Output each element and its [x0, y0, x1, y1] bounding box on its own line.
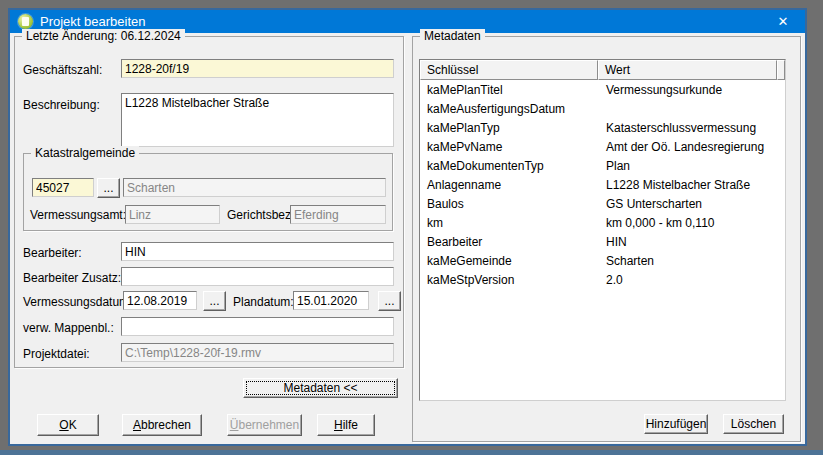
verw-mappenbl-label: verw. Mappenbl.:: [23, 321, 114, 335]
metadaten-groupbox: Metadaten Schlüssel Wert kaMePlanTitelVe…: [412, 36, 801, 442]
katastralgemeinde-groupbox: Katastralgemeinde ... Vermessungsamt: Ge…: [23, 153, 393, 231]
table-row[interactable]: kaMeStpVersion2.0: [420, 270, 785, 289]
plandatum-label: Plandatum:: [233, 295, 294, 309]
katastralgemeinde-legend: Katastralgemeinde: [31, 146, 139, 160]
table-row[interactable]: BearbeiterHIN: [420, 232, 785, 251]
key-cell: kaMeStpVersion: [420, 273, 599, 287]
value-cell: Vermessungsurkunde: [599, 83, 785, 97]
value-cell: Plan: [599, 159, 785, 173]
table-row[interactable]: BaulosGS Unterscharten: [420, 194, 785, 213]
beschreibung-label: Beschreibung:: [23, 98, 100, 112]
close-button[interactable]: ✕: [761, 10, 805, 33]
table-row[interactable]: kaMeGemeindeScharten: [420, 251, 785, 270]
vermessungsdatum-browse-button[interactable]: ...: [203, 291, 226, 311]
projektdatei-field: [121, 343, 394, 362]
key-cell: kaMePlanTitel: [420, 83, 599, 97]
value-cell: km 0,000 - km 0,110: [599, 216, 785, 230]
key-cell: kaMeGemeinde: [420, 254, 599, 268]
table-row[interactable]: kaMePlanTitelVermessungsurkunde: [420, 80, 785, 99]
beschreibung-textarea[interactable]: [121, 93, 394, 147]
projektdatei-label: Projektdatei:: [23, 347, 90, 361]
metadaten-legend: Metadaten: [420, 29, 485, 43]
key-cell: Bearbeiter: [420, 235, 599, 249]
plandatum-browse-button[interactable]: ...: [378, 291, 401, 311]
table-row[interactable]: kaMeAusfertigungsDatum: [420, 99, 785, 118]
key-cell: kaMeAusfertigungsDatum: [420, 102, 599, 116]
bearbeiter-label: Bearbeiter:: [23, 246, 82, 260]
table-row[interactable]: kmkm 0,000 - km 0,110: [420, 213, 785, 232]
gerichtsbezirk-label: Gerichtsbez.:: [227, 208, 298, 222]
bearbeiter-zusatz-label: Bearbeiter Zusatz:: [23, 271, 121, 285]
gerichtsbezirk-field: [290, 205, 386, 224]
column-header-schluessel[interactable]: Schlüssel: [420, 60, 598, 80]
last-change-groupbox: Letzte Änderung: 06.12.2024 Geschäftszah…: [14, 36, 404, 368]
metadata-table-body: kaMePlanTitelVermessungsurkundekaMeAusfe…: [420, 80, 785, 400]
bearbeiter-zusatz-input[interactable]: [121, 267, 394, 286]
metadata-table-header: Schlüssel Wert: [420, 60, 785, 80]
ok-button[interactable]: OK: [37, 414, 99, 436]
delete-metadata-button[interactable]: Löschen: [723, 414, 784, 434]
kg-name-field: [123, 178, 386, 197]
key-cell: kaMeDokumentenTyp: [420, 159, 599, 173]
vermessungsamt-field: [125, 205, 220, 224]
dialog-client-area: Letzte Änderung: 06.12.2024 Geschäftszah…: [10, 33, 805, 444]
key-cell: Baulos: [420, 197, 599, 211]
ellipsis-icon: ...: [209, 294, 219, 308]
value-cell: HIN: [599, 235, 785, 249]
app-icon: [18, 14, 33, 29]
geschaeftszahl-input[interactable]: [121, 59, 394, 78]
value-cell: GS Unterscharten: [599, 197, 785, 211]
column-header-wert[interactable]: Wert: [598, 60, 777, 80]
ellipsis-icon: ...: [103, 181, 113, 195]
desktop-backdrop: Projekt bearbeiten ✕ Letzte Änderung: 06…: [0, 0, 823, 455]
key-cell: km: [420, 216, 599, 230]
key-cell: kaMePlanTyp: [420, 121, 599, 135]
table-row[interactable]: kaMeDokumentenTypPlan: [420, 156, 785, 175]
add-metadata-button[interactable]: Hinzufügen: [644, 414, 708, 434]
table-row[interactable]: kaMePlanTypKatasterschlussvermessung: [420, 118, 785, 137]
key-cell: Anlagenname: [420, 178, 599, 192]
bearbeiter-input[interactable]: [121, 242, 394, 261]
vermessungsdatum-input[interactable]: [123, 291, 197, 310]
close-icon: ✕: [778, 14, 789, 29]
key-cell: kaMePvName: [420, 140, 599, 154]
table-row[interactable]: AnlagennameL1228 Mistelbacher Straße: [420, 175, 785, 194]
kg-number-input[interactable]: [32, 178, 94, 197]
dialog-window: Projekt bearbeiten ✕ Letzte Änderung: 06…: [8, 8, 807, 446]
value-cell: L1228 Mistelbacher Straße: [599, 178, 785, 192]
ellipsis-icon: ...: [384, 294, 394, 308]
apply-button: Übernehmen: [227, 414, 302, 436]
table-row[interactable]: kaMePvNameAmt der Oö. Landesregierung: [420, 137, 785, 156]
geschaeftszahl-label: Geschäftszahl:: [23, 63, 102, 77]
kg-browse-button[interactable]: ...: [97, 178, 120, 198]
last-change-legend: Letzte Änderung: 06.12.2024: [22, 29, 185, 43]
value-cell: Amt der Oö. Landesregierung: [599, 140, 785, 154]
metadaten-toggle-button[interactable]: Metadaten <<: [243, 378, 398, 398]
vermessungsamt-label: Vermessungsamt:: [30, 208, 126, 222]
cancel-button[interactable]: Abbrechen: [122, 414, 202, 436]
window-title: Projekt bearbeiten: [40, 14, 761, 29]
column-header-spacer: [777, 60, 785, 80]
value-cell: Katasterschlussvermessung: [599, 121, 785, 135]
background-window-edge: [0, 450, 823, 455]
plandatum-input[interactable]: [293, 291, 369, 310]
metadata-table: Schlüssel Wert kaMePlanTitelVermessungsu…: [419, 59, 786, 401]
vermessungsdatum-label: Vermessungsdatum:: [23, 295, 132, 309]
help-button[interactable]: Hilfe: [317, 414, 375, 436]
verw-mappenbl-input[interactable]: [121, 317, 394, 336]
value-cell: 2.0: [599, 273, 785, 287]
value-cell: Scharten: [599, 254, 785, 268]
